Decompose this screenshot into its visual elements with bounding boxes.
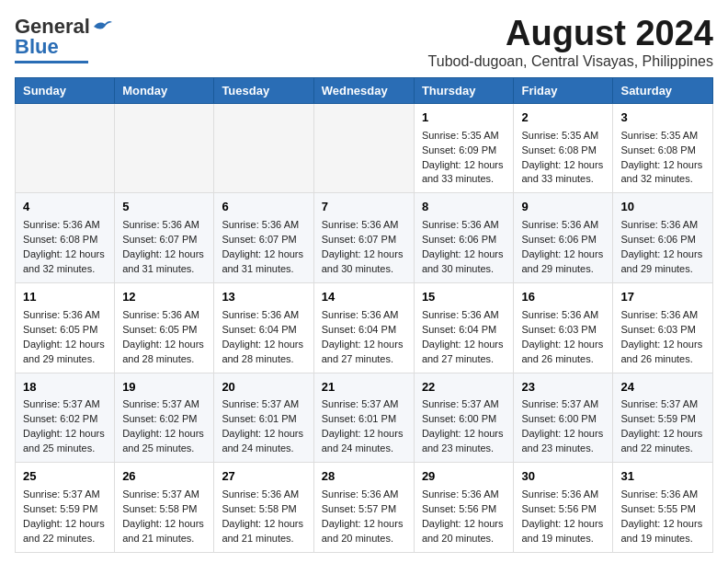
calendar-cell: 9Sunrise: 5:36 AM Sunset: 6:06 PM Daylig… [514, 193, 613, 283]
day-info: Sunrise: 5:36 AM Sunset: 6:03 PM Dayligh… [521, 308, 605, 367]
calendar-week-3: 11Sunrise: 5:36 AM Sunset: 6:05 PM Dayli… [16, 282, 713, 373]
calendar-cell: 27Sunrise: 5:36 AM Sunset: 5:58 PM Dayli… [214, 463, 313, 553]
calendar-week-5: 25Sunrise: 5:37 AM Sunset: 5:59 PM Dayli… [16, 463, 713, 553]
day-number: 20 [222, 379, 305, 396]
day-info: Sunrise: 5:37 AM Sunset: 5:58 PM Dayligh… [122, 488, 206, 546]
calendar-cell: 29Sunrise: 5:36 AM Sunset: 5:56 PM Dayli… [414, 463, 514, 553]
day-number: 15 [422, 289, 506, 306]
calendar-cell: 26Sunrise: 5:37 AM Sunset: 5:58 PM Dayli… [115, 463, 214, 553]
day-number: 30 [521, 468, 605, 486]
subtitle: Tubod-dugoan, Central Visayas, Philippin… [428, 53, 713, 70]
day-info: Sunrise: 5:36 AM Sunset: 5:55 PM Dayligh… [620, 488, 705, 546]
calendar-cell [214, 103, 313, 193]
day-number: 13 [222, 289, 305, 306]
day-info: Sunrise: 5:36 AM Sunset: 6:07 PM Dayligh… [122, 218, 206, 277]
day-info: Sunrise: 5:36 AM Sunset: 5:57 PM Dayligh… [322, 488, 406, 546]
day-info: Sunrise: 5:36 AM Sunset: 5:56 PM Dayligh… [521, 488, 605, 546]
calendar-cell [313, 103, 414, 193]
day-info: Sunrise: 5:36 AM Sunset: 6:05 PM Dayligh… [23, 308, 107, 367]
day-number: 19 [122, 379, 206, 396]
calendar-cell: 30Sunrise: 5:36 AM Sunset: 5:56 PM Dayli… [514, 463, 613, 553]
main-title: August 2024 [428, 15, 713, 53]
day-info: Sunrise: 5:35 AM Sunset: 6:09 PM Dayligh… [422, 129, 506, 188]
title-section: August 2024 Tubod-dugoan, Central Visaya… [428, 15, 713, 70]
day-number: 6 [222, 199, 305, 216]
calendar-table: SundayMondayTuesdayWednesdayThursdayFrid… [15, 77, 713, 553]
day-number: 22 [422, 379, 506, 396]
calendar-week-1: 1Sunrise: 5:35 AM Sunset: 6:09 PM Daylig… [16, 103, 713, 193]
day-info: Sunrise: 5:36 AM Sunset: 6:03 PM Dayligh… [620, 308, 705, 367]
calendar-cell: 13Sunrise: 5:36 AM Sunset: 6:04 PM Dayli… [214, 282, 313, 373]
day-number: 9 [521, 199, 605, 216]
calendar-cell: 21Sunrise: 5:37 AM Sunset: 6:01 PM Dayli… [313, 373, 414, 463]
logo-blue-text: Blue [15, 35, 59, 59]
day-info: Sunrise: 5:36 AM Sunset: 6:07 PM Dayligh… [222, 218, 305, 277]
day-info: Sunrise: 5:36 AM Sunset: 6:06 PM Dayligh… [620, 218, 705, 277]
day-info: Sunrise: 5:36 AM Sunset: 6:06 PM Dayligh… [422, 218, 506, 277]
day-number: 29 [422, 468, 506, 486]
day-info: Sunrise: 5:37 AM Sunset: 6:02 PM Dayligh… [23, 397, 107, 456]
day-number: 16 [521, 289, 605, 306]
calendar-cell: 1Sunrise: 5:35 AM Sunset: 6:09 PM Daylig… [414, 103, 514, 193]
day-info: Sunrise: 5:35 AM Sunset: 6:08 PM Dayligh… [521, 129, 605, 188]
calendar-cell: 14Sunrise: 5:36 AM Sunset: 6:04 PM Dayli… [313, 282, 414, 373]
weekday-header-thursday: Thursday [414, 77, 514, 103]
day-number: 2 [521, 109, 605, 127]
day-number: 21 [322, 379, 406, 396]
calendar-cell [115, 103, 214, 193]
calendar-header-row: SundayMondayTuesdayWednesdayThursdayFrid… [16, 77, 713, 103]
day-number: 14 [322, 289, 406, 306]
calendar-cell: 18Sunrise: 5:37 AM Sunset: 6:02 PM Dayli… [16, 373, 115, 463]
day-info: Sunrise: 5:37 AM Sunset: 6:02 PM Dayligh… [122, 397, 206, 456]
calendar-cell: 17Sunrise: 5:36 AM Sunset: 6:03 PM Dayli… [613, 282, 713, 373]
day-number: 31 [620, 468, 705, 486]
calendar-cell: 24Sunrise: 5:37 AM Sunset: 5:59 PM Dayli… [613, 373, 713, 463]
calendar-cell: 22Sunrise: 5:37 AM Sunset: 6:00 PM Dayli… [414, 373, 514, 463]
day-number: 12 [122, 289, 206, 306]
calendar-cell: 20Sunrise: 5:37 AM Sunset: 6:01 PM Dayli… [214, 373, 313, 463]
day-number: 5 [122, 199, 206, 216]
day-number: 27 [222, 468, 305, 486]
day-number: 23 [521, 379, 605, 396]
day-info: Sunrise: 5:37 AM Sunset: 5:59 PM Dayligh… [620, 397, 705, 456]
calendar-week-2: 4Sunrise: 5:36 AM Sunset: 6:08 PM Daylig… [16, 193, 713, 283]
calendar-cell: 8Sunrise: 5:36 AM Sunset: 6:06 PM Daylig… [414, 193, 514, 283]
weekday-header-saturday: Saturday [613, 77, 713, 103]
day-info: Sunrise: 5:36 AM Sunset: 5:58 PM Dayligh… [222, 488, 305, 546]
weekday-header-friday: Friday [514, 77, 613, 103]
page-header: General Blue August 2024 Tubod-dugoan, C… [15, 15, 713, 70]
day-number: 11 [23, 289, 107, 306]
calendar-cell: 15Sunrise: 5:36 AM Sunset: 6:04 PM Dayli… [414, 282, 514, 373]
day-number: 26 [122, 468, 206, 486]
day-number: 24 [620, 379, 705, 396]
day-info: Sunrise: 5:36 AM Sunset: 6:08 PM Dayligh… [23, 218, 107, 277]
day-info: Sunrise: 5:36 AM Sunset: 6:07 PM Dayligh… [322, 218, 406, 277]
calendar-cell: 16Sunrise: 5:36 AM Sunset: 6:03 PM Dayli… [514, 282, 613, 373]
calendar-week-4: 18Sunrise: 5:37 AM Sunset: 6:02 PM Dayli… [16, 373, 713, 463]
calendar-cell: 3Sunrise: 5:35 AM Sunset: 6:08 PM Daylig… [613, 103, 713, 193]
day-number: 28 [322, 468, 406, 486]
day-info: Sunrise: 5:37 AM Sunset: 6:00 PM Dayligh… [422, 397, 506, 456]
weekday-header-wednesday: Wednesday [313, 77, 414, 103]
calendar-cell: 23Sunrise: 5:37 AM Sunset: 6:00 PM Dayli… [514, 373, 613, 463]
calendar-cell: 10Sunrise: 5:36 AM Sunset: 6:06 PM Dayli… [613, 193, 713, 283]
day-number: 3 [620, 109, 705, 127]
day-info: Sunrise: 5:37 AM Sunset: 6:01 PM Dayligh… [322, 397, 406, 456]
day-info: Sunrise: 5:36 AM Sunset: 5:56 PM Dayligh… [422, 488, 506, 546]
day-number: 10 [620, 199, 705, 216]
day-number: 8 [422, 199, 506, 216]
day-number: 1 [422, 109, 506, 127]
calendar-cell [16, 103, 115, 193]
calendar-cell: 7Sunrise: 5:36 AM Sunset: 6:07 PM Daylig… [313, 193, 414, 283]
calendar-cell: 5Sunrise: 5:36 AM Sunset: 6:07 PM Daylig… [115, 193, 214, 283]
calendar-cell: 28Sunrise: 5:36 AM Sunset: 5:57 PM Dayli… [313, 463, 414, 553]
weekday-header-tuesday: Tuesday [214, 77, 313, 103]
day-number: 4 [23, 199, 107, 216]
day-number: 17 [620, 289, 705, 306]
day-info: Sunrise: 5:37 AM Sunset: 6:00 PM Dayligh… [521, 397, 605, 456]
calendar-cell: 6Sunrise: 5:36 AM Sunset: 6:07 PM Daylig… [214, 193, 313, 283]
calendar-cell: 11Sunrise: 5:36 AM Sunset: 6:05 PM Dayli… [16, 282, 115, 373]
day-info: Sunrise: 5:37 AM Sunset: 5:59 PM Dayligh… [23, 488, 107, 546]
day-info: Sunrise: 5:36 AM Sunset: 6:04 PM Dayligh… [422, 308, 506, 367]
logo-divider [15, 61, 88, 63]
